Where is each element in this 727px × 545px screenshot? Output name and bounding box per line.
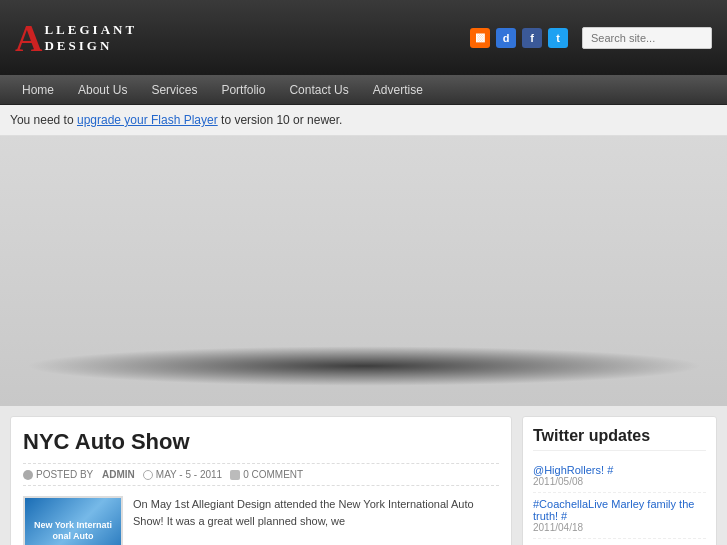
main-content: NYC Auto Show POSTED BY ADMIN MAY - 5 - … — [0, 406, 727, 545]
post-thumb-text: New York International Auto — [34, 520, 112, 542]
nav-about[interactable]: About Us — [66, 75, 139, 105]
nav: Home About Us Services Portfolio Contact… — [0, 75, 727, 105]
facebook-icon[interactable]: f — [522, 28, 542, 48]
twitter-widget: Twitter updates @HighRollers! # 2011/05/… — [522, 416, 717, 545]
left-column: NYC Auto Show POSTED BY ADMIN MAY - 5 - … — [10, 416, 512, 545]
search-input[interactable] — [582, 27, 712, 49]
twitter-widget-title: Twitter updates — [533, 427, 706, 451]
post-date-meta: MAY - 5 - 2011 — [143, 469, 222, 480]
logo-letter-a: A — [15, 19, 42, 57]
nav-advertise[interactable]: Advertise — [361, 75, 435, 105]
flash-suffix: to version 10 or newer. — [218, 113, 343, 127]
right-column: Twitter updates @HighRollers! # 2011/05/… — [522, 416, 717, 545]
nav-home[interactable]: Home — [10, 75, 66, 105]
nav-contact[interactable]: Contact Us — [277, 75, 360, 105]
flash-prefix: You need to — [10, 113, 77, 127]
logo-text-block: LLEGIANT DESIGN — [44, 22, 137, 54]
flash-upgrade-link[interactable]: upgrade your Flash Player — [77, 113, 218, 127]
tweet-text-2: #CoachellaLive Marley family the truth! … — [533, 498, 706, 522]
tweet-text-1: @HighRollers! # — [533, 464, 706, 476]
header: A LLEGIANT DESIGN ▩ d f t — [0, 0, 727, 75]
date-icon — [143, 470, 153, 480]
twitter-item-2[interactable]: #CoachellaLive Marley family the truth! … — [533, 493, 706, 539]
author-icon — [23, 470, 33, 480]
post-author: ADMIN — [102, 469, 135, 480]
search-box — [582, 27, 712, 49]
twitter-icon[interactable]: t — [548, 28, 568, 48]
post-meta: POSTED BY ADMIN MAY - 5 - 2011 0 COMMENT — [23, 463, 499, 486]
twitter-item-1[interactable]: @HighRollers! # 2011/05/08 — [533, 459, 706, 493]
flash-notice: You need to upgrade your Flash Player to… — [0, 105, 727, 136]
nav-portfolio[interactable]: Portfolio — [209, 75, 277, 105]
logo-design: DESIGN — [44, 38, 137, 54]
posted-by-label: POSTED BY — [36, 469, 93, 480]
post-comments: 0 COMMENT — [243, 469, 303, 480]
post-body: New York International Auto On May 1st A… — [23, 496, 499, 545]
tweet-date-1: 2011/05/08 — [533, 476, 706, 487]
post-excerpt: On May 1st Allegiant Design attended the… — [133, 496, 499, 545]
rss-icon[interactable]: ▩ — [470, 28, 490, 48]
post-title: NYC Auto Show — [23, 429, 499, 455]
post-date: MAY - 5 - 2011 — [156, 469, 222, 480]
post-comments-meta: 0 COMMENT — [230, 469, 303, 480]
post-thumbnail: New York International Auto — [23, 496, 123, 545]
banner-shadow — [24, 346, 704, 386]
logo[interactable]: A LLEGIANT DESIGN — [15, 19, 137, 57]
logo-allegiant: LLEGIANT — [44, 22, 137, 38]
banner-area — [0, 136, 727, 406]
tweet-date-2: 2011/04/18 — [533, 522, 706, 533]
post-author-meta: POSTED BY ADMIN — [23, 469, 135, 480]
comment-icon — [230, 470, 240, 480]
delicious-icon[interactable]: d — [496, 28, 516, 48]
nav-services[interactable]: Services — [139, 75, 209, 105]
header-right: ▩ d f t — [470, 27, 712, 49]
